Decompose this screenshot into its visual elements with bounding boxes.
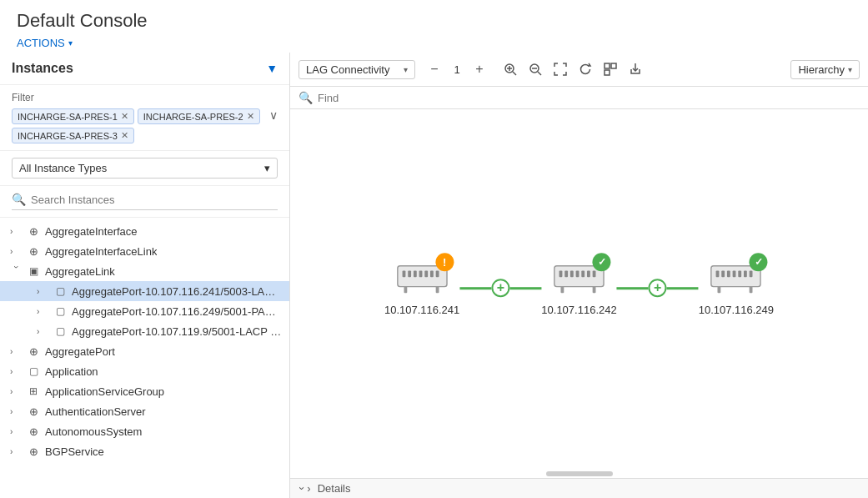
- network-node-2[interactable]: ✓ 10.107.116.242: [541, 259, 616, 316]
- tree-item-autonomous-system[interactable]: › AutonomousSystem: [0, 421, 289, 441]
- svg-rect-24: [570, 271, 574, 278]
- diagram-toolbar: LAG Connectivity − 1 +: [290, 53, 868, 87]
- search-section: 🔍: [0, 186, 289, 218]
- instance-types-select[interactable]: All Instance Types ▾: [12, 158, 278, 179]
- svg-rect-22: [559, 271, 563, 278]
- svg-rect-26: [581, 271, 585, 278]
- connector-line: [459, 287, 491, 289]
- svg-rect-36: [739, 271, 742, 278]
- svg-rect-32: [716, 271, 720, 278]
- tree-item-aggregate-link[interactable]: › AggregateLink: [0, 261, 289, 281]
- filter-icon[interactable]: ▼: [266, 62, 278, 75]
- hierarchy-select[interactable]: Hierarchy: [790, 60, 860, 79]
- aggregate-port-icon: [53, 304, 67, 318]
- svg-line-1: [513, 72, 516, 75]
- zoom-in-toolbar-button[interactable]: [499, 58, 522, 81]
- svg-rect-33: [722, 271, 725, 278]
- svg-rect-12: [402, 271, 405, 278]
- find-input[interactable]: [318, 92, 860, 104]
- tree-item-aggregate-interface[interactable]: › AggregateInterface: [0, 221, 289, 241]
- svg-rect-16: [424, 271, 428, 278]
- warning-badge: !: [435, 253, 454, 271]
- filter-label: Filter: [12, 92, 278, 103]
- zoom-out-toolbar-button[interactable]: [524, 58, 547, 81]
- svg-rect-38: [750, 271, 753, 278]
- svg-rect-13: [408, 271, 411, 278]
- search-input-wrap: 🔍: [12, 193, 278, 210]
- instance-types-section: All Instance Types ▾: [0, 151, 289, 186]
- svg-rect-25: [576, 271, 580, 278]
- connector-line: [617, 287, 649, 289]
- filter-tag-remove[interactable]: ✕: [247, 111, 254, 122]
- export-button[interactable]: [624, 58, 647, 81]
- tree-item-bgp-service[interactable]: › BGPService: [0, 441, 289, 461]
- tree-item-aggregate-port-2[interactable]: › AggregatePort-10.107.116.249/5001-PAGP…: [0, 301, 289, 321]
- toolbar-icon-group: [499, 58, 647, 81]
- details-chevron-icon: ›: [307, 482, 310, 495]
- aggregate-port-icon: [53, 284, 67, 298]
- diagram-canvas[interactable]: ! 10.107.116.241 +: [290, 109, 868, 478]
- tree-item-application[interactable]: › Application: [0, 361, 289, 381]
- connector-plus-2[interactable]: +: [649, 279, 667, 297]
- bgp-service-icon: [27, 445, 40, 458]
- layout-button[interactable]: [599, 58, 622, 81]
- svg-rect-18: [435, 271, 439, 278]
- application-icon: [27, 365, 40, 378]
- svg-rect-23: [564, 271, 568, 278]
- svg-rect-35: [733, 271, 736, 278]
- tree-item-label: AuthenticationServer: [45, 405, 146, 418]
- refresh-button[interactable]: [574, 58, 597, 81]
- filter-tag-remove[interactable]: ✕: [121, 111, 128, 122]
- filter-tag-remove[interactable]: ✕: [121, 130, 128, 141]
- filter-section: Filter INCHARGE-SA-PRES-1 ✕ INCHARGE-SA-…: [0, 85, 289, 151]
- svg-rect-37: [744, 271, 747, 278]
- tree-item-authentication-server[interactable]: › AuthenticationServer: [0, 401, 289, 421]
- tree-item-label: AggregateLink: [45, 265, 115, 278]
- tree-item-aggregate-port-3[interactable]: › AggregatePort-10.107.119.9/5001-LACP […: [0, 321, 289, 341]
- horizontal-scrollbar[interactable]: [546, 471, 613, 476]
- filter-expand-icon[interactable]: ∨: [269, 108, 278, 122]
- chevron-right-icon: ›: [37, 327, 48, 336]
- chevron-down-icon: ▾: [264, 162, 270, 174]
- sidebar: Instances ▼ Filter INCHARGE-SA-PRES-1 ✕ …: [0, 53, 290, 498]
- diagram-view-select[interactable]: LAG Connectivity: [299, 60, 415, 79]
- svg-rect-17: [430, 271, 434, 278]
- details-toggle[interactable]: › Details: [300, 482, 350, 495]
- svg-rect-30: [593, 287, 596, 294]
- zoom-out-button[interactable]: −: [425, 60, 444, 78]
- chevron-right-icon: ›: [10, 427, 22, 436]
- tree-item-label: AggregatePort-10.107.119.9/5001-LACP [Po…: [72, 325, 283, 338]
- svg-rect-8: [611, 63, 616, 68]
- main-layout: Instances ▼ Filter INCHARGE-SA-PRES-1 ✕ …: [0, 53, 868, 498]
- connector-line: [667, 287, 699, 289]
- find-bar: 🔍: [290, 87, 868, 109]
- chevron-right-icon: ›: [10, 247, 22, 256]
- chevron-right-icon: ›: [37, 287, 48, 296]
- tree-item-application-service-group[interactable]: › ApplicationServiceGroup: [0, 381, 289, 401]
- tree-item-label: ApplicationServiceGroup: [45, 385, 164, 398]
- check-icon: ✓: [598, 256, 606, 268]
- svg-rect-20: [435, 287, 439, 294]
- tree-item-aggregate-interface-link[interactable]: › AggregateInterfaceLink: [0, 241, 289, 261]
- fit-button[interactable]: [549, 58, 572, 81]
- connector-plus-1[interactable]: +: [491, 279, 509, 297]
- network-node-3[interactable]: ✓ 10.107.116.249: [699, 259, 774, 316]
- tree-item-label: AggregateInterface: [45, 225, 138, 238]
- zoom-value: 1: [445, 63, 469, 76]
- chevron-right-icon: ›: [10, 227, 22, 236]
- tree-item-aggregate-port[interactable]: › AggregatePort: [0, 341, 289, 361]
- zoom-in-button[interactable]: +: [470, 60, 489, 78]
- tree-item-aggregate-port-1[interactable]: › AggregatePort-10.107.116.241/5003-LACP…: [0, 281, 289, 301]
- search-input[interactable]: [31, 194, 278, 206]
- aggregate-interface-icon: [27, 224, 40, 238]
- tree-item-label: AggregatePort-10.107.116.241/5003-LACP […: [72, 285, 283, 298]
- svg-rect-7: [605, 63, 610, 68]
- tree-item-label: AggregatePort: [45, 345, 115, 358]
- network-node-1[interactable]: ! 10.107.116.241: [384, 259, 459, 316]
- search-icon: 🔍: [12, 193, 26, 206]
- chevron-right-icon: ›: [10, 387, 22, 396]
- actions-button[interactable]: ACTIONS: [17, 37, 73, 49]
- filter-tag: INCHARGE-SA-PRES-3 ✕: [12, 128, 134, 143]
- autonomous-system-icon: [27, 425, 40, 438]
- connector-1: +: [459, 279, 541, 297]
